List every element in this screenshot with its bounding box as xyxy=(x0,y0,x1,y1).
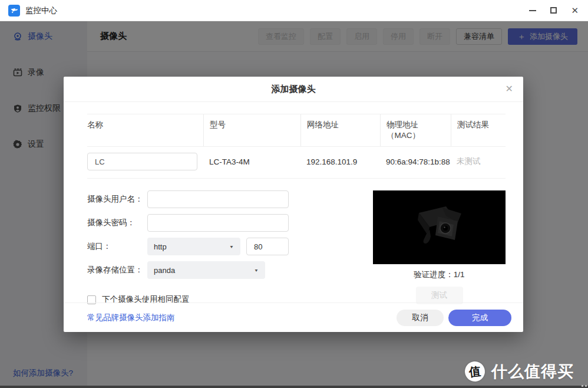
camera-ip-cell: 192.168.101.9 xyxy=(300,157,380,166)
storage-select[interactable]: panda ▼ xyxy=(147,261,265,279)
port-row: 端口： http ▼ xyxy=(87,238,302,255)
camera-preview-panel: 验证进度：1/1 测试 xyxy=(373,190,506,305)
camera-logo-glyph xyxy=(10,6,18,15)
protocol-value: http xyxy=(154,242,167,251)
dialog-header: 添加摄像头 ✕ xyxy=(64,77,523,102)
minimize-icon[interactable] xyxy=(529,10,536,11)
smzdm-badge-icon: 值 xyxy=(464,360,485,382)
camera-username-input[interactable] xyxy=(147,190,289,208)
add-camera-dialog: 添加摄像头 ✕ 名称 型号 网络地址 物理地址（MAC） 测试结果 LC-TA3… xyxy=(64,77,523,332)
camera-table-header: 名称 型号 网络地址 物理地址（MAC） 测试结果 xyxy=(87,114,506,147)
camera-config-form: 摄像头用户名： 摄像头密码： 端口： http ▼ xyxy=(87,190,302,305)
dialog-footer: 常见品牌摄像头添加指南 取消 完成 xyxy=(64,302,523,332)
port-label: 端口： xyxy=(87,241,147,252)
chevron-down-icon: ▼ xyxy=(254,268,259,272)
camera-password-input[interactable] xyxy=(147,214,289,232)
camera-model-cell: LC-TA3-4M xyxy=(203,157,300,166)
smzdm-watermark-text: 什么值得买 xyxy=(491,361,574,382)
column-header-mac: 物理地址（MAC） xyxy=(380,114,451,146)
storage-label: 录像存储位置： xyxy=(87,265,147,275)
app-window: 监控中心 ✕ 摄像头 录像 xyxy=(0,0,588,388)
dialog-title: 添加摄像头 xyxy=(272,84,316,95)
port-input[interactable] xyxy=(246,238,289,255)
close-icon[interactable]: ✕ xyxy=(506,84,513,94)
smzdm-watermark: 值 什么值得买 xyxy=(465,361,574,382)
username-row: 摄像头用户名： xyxy=(87,190,302,208)
done-button[interactable]: 完成 xyxy=(448,310,511,326)
test-button[interactable]: 测试 xyxy=(416,287,463,304)
camera-name-input[interactable] xyxy=(87,153,197,170)
dialog-body: 名称 型号 网络地址 物理地址（MAC） 测试结果 LC-TA3-4M 192.… xyxy=(64,102,523,305)
window-controls: ✕ xyxy=(529,6,579,15)
window-bottom-edge xyxy=(0,386,588,388)
table-row: LC-TA3-4M 192.168.101.9 90:6a:94:78:1b:8… xyxy=(87,147,506,179)
chevron-down-icon: ▼ xyxy=(229,244,234,249)
password-label: 摄像头密码： xyxy=(87,218,147,228)
storage-row: 录像存储位置： panda ▼ xyxy=(87,261,302,279)
app-logo-icon xyxy=(8,5,20,17)
cancel-button[interactable]: 取消 xyxy=(397,310,444,326)
camera-config-area: 摄像头用户名： 摄像头密码： 端口： http ▼ xyxy=(87,190,506,305)
camera-mac-cell: 90:6a:94:78:1b:88 xyxy=(380,157,451,166)
verify-progress-text: 验证进度：1/1 xyxy=(373,269,506,280)
titlebar: 监控中心 ✕ xyxy=(0,0,588,21)
password-row: 摄像头密码： xyxy=(87,214,302,232)
watermark-corner-dots xyxy=(582,385,587,387)
column-header-name: 名称 xyxy=(87,114,203,146)
column-header-model: 型号 xyxy=(203,114,300,146)
footer-buttons: 取消 完成 xyxy=(397,310,511,326)
column-header-test-result: 测试结果 xyxy=(451,114,506,146)
protocol-select[interactable]: http ▼ xyxy=(147,238,240,255)
camera-name-cell xyxy=(87,153,203,170)
app-title: 监控中心 xyxy=(25,5,57,16)
camera-table: 名称 型号 网络地址 物理地址（MAC） 测试结果 LC-TA3-4M 192.… xyxy=(87,114,506,179)
brand-guide-link[interactable]: 常见品牌摄像头添加指南 xyxy=(87,313,175,323)
close-window-icon[interactable]: ✕ xyxy=(571,6,579,15)
camera-test-result-cell: 未测试 xyxy=(451,156,506,167)
column-header-ip: 网络地址 xyxy=(300,114,380,146)
storage-value: panda xyxy=(154,266,175,275)
maximize-icon[interactable] xyxy=(550,7,557,14)
camera-preview-image xyxy=(373,190,506,264)
username-label: 摄像头用户名： xyxy=(87,194,147,205)
